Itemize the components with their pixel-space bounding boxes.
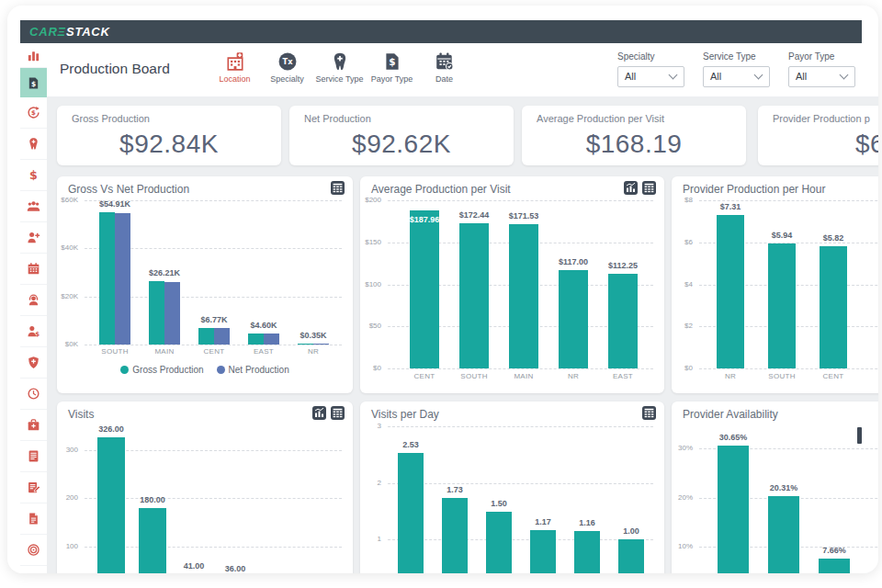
chart-plot: $0K$20K$40K$60K$54.91KSOUTH$26.21KMAIN$6… (57, 176, 353, 393)
chart-plot: $0$50$100$150$200$187.96CENT$172.44SOUTH… (360, 176, 664, 393)
bar-gross-production[interactable] (248, 334, 264, 345)
x-axis-label: SOUTH (90, 347, 140, 356)
bar[interactable] (97, 437, 125, 573)
bar[interactable] (574, 531, 600, 573)
bar-gross-production[interactable] (298, 344, 313, 345)
sidebar-item-document-edit[interactable] (20, 472, 47, 503)
sidebar-item-refresh-dollar[interactable]: $ (20, 97, 47, 129)
filter-dropdown[interactable]: All (617, 66, 684, 87)
sidebar-nav: $$$$ (20, 43, 48, 573)
bar-net-production[interactable] (214, 328, 230, 345)
bar[interactable] (717, 215, 744, 368)
bar[interactable] (618, 539, 644, 573)
x-axis-label: NR (706, 372, 755, 380)
bar[interactable] (768, 496, 799, 573)
brand-left: CARΞ (29, 25, 66, 39)
chevron-down-icon (754, 71, 763, 80)
bar[interactable] (820, 246, 847, 368)
sidebar-item-briefcase-cross[interactable] (20, 410, 47, 441)
filter-dropdown[interactable]: All (788, 66, 855, 87)
sidebar-item-invoice-dollar[interactable]: $ (20, 68, 47, 97)
bar[interactable] (486, 512, 512, 573)
bar-gross-production[interactable] (198, 328, 214, 345)
doc-dollar-icon: $ (382, 51, 402, 72)
svg-text:$: $ (389, 56, 395, 67)
bar[interactable] (509, 224, 538, 368)
legend-item: Net Production (217, 365, 289, 375)
hospital-icon (225, 51, 245, 72)
clipped-toolbar-icon (857, 427, 862, 444)
tab-service-type[interactable]: Service Type (313, 49, 366, 95)
filter-value: All (710, 71, 721, 82)
bar-net-production[interactable] (115, 213, 130, 345)
bar[interactable] (139, 508, 166, 574)
sidebar-item-person-plus[interactable] (20, 222, 47, 254)
tooth-icon (330, 51, 350, 72)
chart-plot: 100200300326.00180.0041.0036.00 (57, 401, 353, 573)
x-axis-label: NR (548, 372, 598, 380)
bar-value-label: $5.82 (804, 233, 863, 243)
x-axis-label: CENT (189, 347, 239, 356)
x-axis-label: CENT (808, 372, 858, 380)
sidebar-item-calendar[interactable] (20, 254, 47, 285)
filter-value: All (625, 71, 636, 82)
shield-cross-icon (27, 356, 40, 369)
tab-specialty[interactable]: TxSpecialty (261, 49, 313, 95)
bar[interactable] (442, 498, 468, 573)
chevron-down-icon (669, 71, 678, 80)
filters: SpecialtyAllService TypeAllPayor TypeAll (617, 51, 855, 87)
chart-plot: $0$2$4$6$8$7.31NR$5.94SOUTH$5.82CENT (672, 176, 878, 393)
bar[interactable] (768, 243, 796, 368)
sidebar-item-bar-chart[interactable] (20, 43, 47, 68)
gridline (388, 200, 653, 201)
sidebar-item-document[interactable] (20, 503, 47, 535)
sidebar-item-person-headset[interactable] (20, 285, 47, 316)
y-axis-tick: $2 (672, 322, 693, 331)
view-tabs: LocationTxSpecialtyService Type$Payor Ty… (209, 49, 470, 95)
bar-gross-production[interactable] (99, 212, 115, 345)
bar-net-production[interactable] (264, 334, 279, 345)
tab-date[interactable]: Date (418, 49, 470, 95)
dashboard: Gross Production$92.84KNet Production$92… (47, 96, 878, 573)
gridline (699, 368, 878, 369)
x-axis-label: SOUTH (449, 372, 499, 380)
sidebar-item-tooth[interactable] (20, 129, 47, 160)
y-axis-tick: $0K (57, 340, 78, 349)
sidebar-item-clock[interactable] (20, 379, 47, 410)
bar[interactable] (410, 210, 439, 368)
sidebar-expand-button[interactable] (20, 566, 47, 573)
chart-legend: Gross ProductionNet Production (57, 365, 353, 375)
sidebar-item-shield-cross[interactable] (20, 347, 47, 379)
bar-value-label: 1.00 (602, 526, 661, 536)
sidebar-item-target[interactable] (20, 535, 47, 566)
bar[interactable] (819, 559, 850, 573)
tab-payor-type[interactable]: $Payor Type (366, 49, 418, 95)
app-window: CARΞSTACK $$$$ Production Board Location… (7, 6, 878, 573)
sidebar-item-document-list[interactable] (20, 441, 47, 472)
filter-dropdown[interactable]: All (703, 66, 770, 87)
bar[interactable] (530, 530, 556, 573)
bar-value-label: $0.35K (284, 331, 343, 340)
bar-net-production[interactable] (313, 344, 329, 345)
y-axis-tick: 10% (672, 542, 693, 551)
filter-label: Service Type (703, 51, 770, 62)
filter-label: Payor Type (788, 51, 855, 62)
y-axis-tick: $100 (360, 280, 381, 289)
sidebar-item-people[interactable] (20, 191, 47, 222)
bar[interactable] (398, 453, 424, 573)
legend-dot-icon (217, 366, 225, 374)
target-icon (27, 543, 40, 557)
chevron-right-icon (28, 572, 40, 574)
bar[interactable] (718, 446, 749, 573)
tab-location[interactable]: Location (209, 49, 261, 95)
sidebar-item-dollar[interactable]: $ (20, 160, 47, 191)
bar-net-production[interactable] (164, 282, 180, 345)
bar[interactable] (559, 270, 588, 368)
bar[interactable] (608, 274, 638, 368)
document-list-icon (27, 449, 40, 463)
x-axis-label: CENT (400, 372, 449, 380)
svg-text:$: $ (31, 79, 36, 87)
sidebar-item-person-dollar[interactable]: $ (20, 316, 47, 347)
bar-gross-production[interactable] (149, 281, 164, 345)
bar[interactable] (459, 223, 489, 368)
